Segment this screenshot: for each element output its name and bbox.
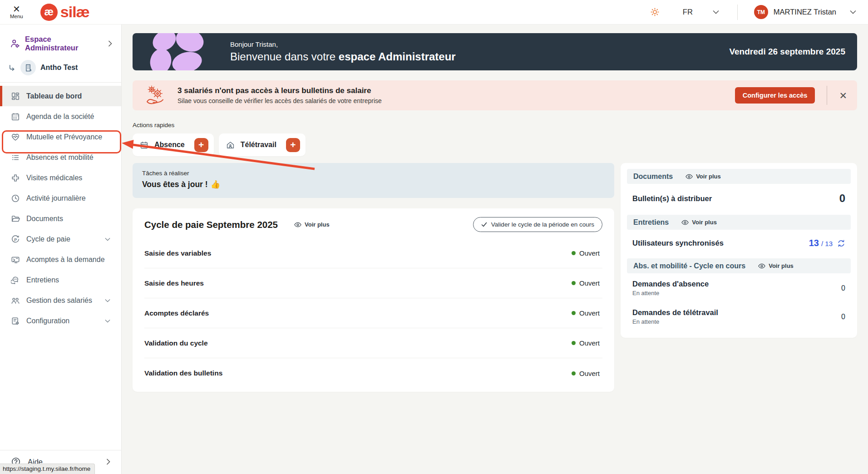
- welcome-banner: Bonjour Tristan, Bienvenue dans votre es…: [133, 33, 857, 70]
- sidebar-item-entretiens[interactable]: Entretiens: [0, 270, 121, 290]
- documents-see-more[interactable]: Voir plus: [686, 173, 721, 180]
- user-avatar[interactable]: TM: [754, 5, 768, 19]
- silae-logo[interactable]: æ silæ: [40, 3, 89, 21]
- folder-icon: [11, 214, 20, 223]
- pay-cycle-step-label: Validation du cycle: [144, 339, 208, 347]
- welcome-prefix: Bienvenue dans votre: [230, 50, 339, 63]
- chevron-down-icon: [105, 299, 110, 302]
- dashboard-columns: Tâches à réaliser Vous êtes à jour !👍 Cy…: [133, 163, 857, 392]
- menu-toggle-button[interactable]: ✕ Menu: [10, 5, 23, 19]
- welcome-texts: Bonjour Tristan, Bienvenue dans votre es…: [230, 40, 456, 63]
- status-label: Ouvert: [579, 370, 600, 377]
- user-name[interactable]: MARTINEZ Tristan: [774, 8, 836, 16]
- teletravail-requests-row: Demandes de télétravail En attente 0: [627, 302, 851, 331]
- sidebar-item-documents[interactable]: Documents: [0, 208, 121, 229]
- quick-action-label: Télétravail: [241, 141, 276, 149]
- welcome-bold: espace Administrateur: [339, 50, 456, 63]
- sidebar-item-label: Entretiens: [26, 276, 59, 284]
- sidebar-item-configuration[interactable]: Configuration: [0, 311, 121, 331]
- sidebar-item-tableau-de-bord[interactable]: Tableau de bord: [0, 86, 121, 106]
- status-dot-icon: [572, 341, 576, 345]
- sidebar-item-gestion-salaries[interactable]: Gestion des salariés: [0, 290, 121, 311]
- status-label: Ouvert: [579, 279, 600, 287]
- sidebar-item-agenda[interactable]: Agenda de la société: [0, 106, 121, 127]
- add-absence-button[interactable]: +: [194, 138, 208, 152]
- sidebar-workspace-selector[interactable]: Espace Administrateur: [0, 25, 121, 52]
- language-selector-value[interactable]: FR: [683, 8, 693, 16]
- status-dot-icon: [572, 311, 576, 315]
- bulletins-row: Bulletin(s) à distribuer 0: [627, 184, 851, 215]
- clock-icon: [11, 194, 20, 203]
- see-more-label: Voir plus: [692, 219, 717, 226]
- see-more-label: Voir plus: [305, 221, 330, 228]
- sidebar-item-mutuelle[interactable]: Mutuelle et Prévoyance: [0, 127, 121, 147]
- pay-cycle-step-label: Acomptes déclarés: [144, 309, 209, 317]
- entretiens-see-more[interactable]: Voir plus: [681, 219, 717, 226]
- medical-cross-icon: [11, 173, 20, 183]
- pay-cycle-row[interactable]: Validation du cycle Ouvert: [144, 328, 602, 358]
- pay-cycle-step-label: Validation des bulletins: [144, 369, 222, 377]
- sidebar-item-label: Documents: [26, 215, 63, 223]
- close-icon[interactable]: ✕: [839, 91, 847, 100]
- advance-request-icon: [11, 255, 20, 264]
- chevron-down-icon: [105, 237, 110, 241]
- theme-sun-icon[interactable]: [651, 8, 659, 16]
- sidebar-item-label: Acomptes à la demande: [26, 256, 105, 264]
- hand-gears-icon: [145, 85, 166, 106]
- pay-cycle-see-more[interactable]: Voir plus: [294, 221, 330, 228]
- synced-count-total: / 13: [821, 240, 833, 247]
- quick-action-teletravail[interactable]: Télétravail +: [219, 133, 306, 156]
- configure-access-button[interactable]: Configurer les accès: [735, 87, 815, 104]
- chevron-down-icon: [105, 319, 110, 323]
- greeting-text: Bonjour Tristan,: [230, 40, 456, 48]
- eye-icon: [758, 263, 765, 269]
- pay-cycle-row[interactable]: Acomptes déclarés Ouvert: [144, 298, 602, 328]
- alert-subtitle: Silae vous conseille de vérifier les acc…: [178, 97, 382, 104]
- sidebar-company-selector[interactable]: Antho Test: [0, 52, 121, 82]
- status-bar-url: https://staging.t.my.silae.fr/home: [0, 464, 95, 474]
- sidebar-item-absences[interactable]: Absences et mobilité: [0, 147, 121, 168]
- sidebar-item-cycle-de-paie[interactable]: P Cycle de paie: [0, 229, 121, 249]
- company-label: Antho Test: [40, 64, 78, 72]
- status-badge: Ouvert: [572, 309, 600, 317]
- svg-text:P: P: [14, 237, 17, 242]
- help-chevron-right-icon: [106, 459, 110, 465]
- status-badge: Ouvert: [572, 279, 600, 287]
- tasks-card: Tâches à réaliser Vous êtes à jour !👍: [133, 163, 614, 198]
- admin-person-gear-icon: [10, 39, 20, 49]
- clover-decoration: [143, 33, 211, 70]
- sidebar-item-label: Cycle de paie: [26, 235, 70, 243]
- add-teletravail-button[interactable]: +: [286, 138, 300, 152]
- abs-mobility-section-header: Abs. et mobilité - Cycle en cours Voir p…: [627, 258, 851, 273]
- thumbs-up-emoji: 👍: [211, 180, 221, 189]
- status-dot-icon: [572, 281, 576, 285]
- sidebar-item-label: Visites médicales: [26, 174, 82, 182]
- pay-cycle-step-label: Saisie des variables: [144, 249, 211, 257]
- header-right-group: FR TM MARTINEZ Tristan: [651, 5, 856, 20]
- pay-cycle-row[interactable]: Saisie des heures Ouvert: [144, 268, 602, 298]
- refresh-icon[interactable]: [837, 240, 845, 247]
- sidebar-item-activite[interactable]: Activité journalière: [0, 188, 121, 208]
- sidebar-item-visites[interactable]: Visites médicales: [0, 168, 121, 188]
- abs-mobility-title: Abs. et mobilité - Cycle en cours: [633, 262, 745, 270]
- help-divider: [0, 450, 121, 450]
- pay-cycle-title: Cycle de paie Septembre 2025: [144, 219, 278, 230]
- synced-count-value: 13: [809, 238, 819, 248]
- absence-requests-label: Demandes d'absence: [632, 280, 709, 288]
- absence-requests-sub: En attente: [632, 290, 709, 296]
- pay-cycle-row[interactable]: Saisie des variables Ouvert: [144, 238, 602, 268]
- user-menu-chevron-down-icon[interactable]: [850, 10, 856, 14]
- language-chevron-down-icon[interactable]: [713, 10, 719, 14]
- quick-action-absence[interactable]: Absence +: [133, 133, 214, 156]
- abs-mobility-see-more[interactable]: Voir plus: [758, 262, 794, 269]
- validate-cycle-button[interactable]: Valider le cycle de la période en cours: [473, 217, 602, 232]
- sidebar-item-label: Gestion des salariés: [26, 296, 92, 305]
- sidebar-item-acomptes[interactable]: Acomptes à la demande: [0, 249, 121, 270]
- eye-icon: [681, 220, 689, 225]
- status-badge: Ouvert: [572, 249, 600, 257]
- silae-logo-text: silæ: [60, 3, 89, 21]
- status-label: Ouvert: [579, 309, 600, 317]
- close-menu-icon: ✕: [13, 5, 20, 13]
- alert-texts: 3 salariés n'ont pas accès à leurs bulle…: [178, 86, 382, 104]
- pay-cycle-row[interactable]: Validation des bulletins Ouvert: [144, 358, 602, 388]
